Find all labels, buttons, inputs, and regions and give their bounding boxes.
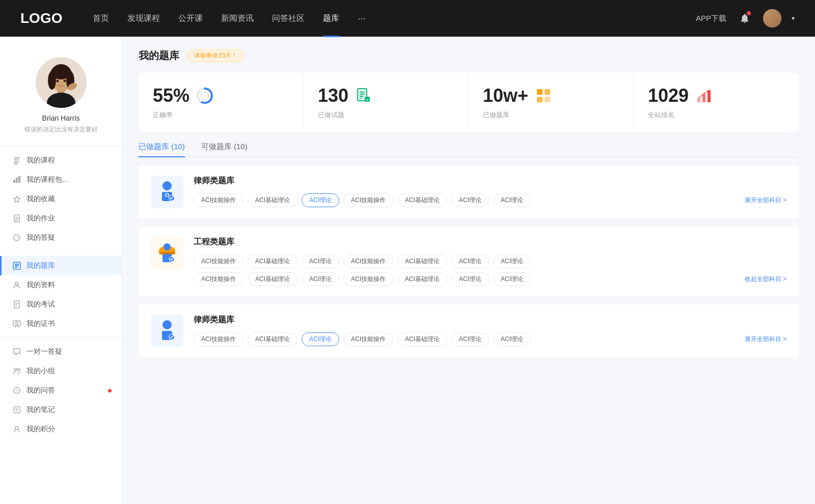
tag-lawyer-1-4[interactable]: ACI基础理论	[397, 193, 447, 207]
group-icon	[12, 367, 21, 376]
logo[interactable]: LOGO	[20, 10, 62, 26]
tag-l2-3[interactable]: ACI技能操作	[343, 332, 393, 346]
svg-rect-51	[360, 94, 365, 95]
expand-lawyer-2[interactable]: 展开全部科目 >	[745, 333, 786, 346]
tab-done[interactable]: 已做题库 (10)	[139, 142, 185, 157]
sidebar-item-exam[interactable]: 我的考试	[0, 295, 122, 314]
svg-rect-13	[14, 161, 19, 162]
svg-rect-17	[18, 176, 20, 183]
collapse-engineer[interactable]: 收起全部科目 >	[745, 273, 786, 286]
svg-rect-59	[545, 97, 550, 102]
exam-icon	[12, 300, 21, 309]
sidebar-item-notes[interactable]: 我的笔记	[0, 400, 122, 419]
profile-motto: 错误的决定比没有决定要好	[10, 125, 112, 134]
rank-bar-icon	[695, 87, 713, 105]
nav-discover[interactable]: 发现课程	[127, 13, 160, 24]
tag-eng-2[interactable]: ACI理论	[302, 255, 339, 268]
nav-home[interactable]: 首页	[93, 13, 109, 24]
tag-l2-5[interactable]: ACI理论	[451, 332, 489, 346]
qbank-icon	[12, 261, 21, 270]
tag-eng-s1[interactable]: ACI基础理论	[248, 272, 297, 286]
nav-qbank[interactable]: 题库	[323, 13, 339, 24]
sidebar-item-certificate[interactable]: 我的证书	[0, 314, 122, 333]
tag-eng-4[interactable]: ACI基础理论	[397, 255, 447, 268]
page-title: 我的题库	[139, 49, 179, 63]
tag-lawyer-1-1[interactable]: ACI基础理论	[248, 193, 297, 207]
sidebar-item-group[interactable]: 我的小组	[0, 361, 122, 381]
svg-marker-18	[14, 196, 20, 202]
tag-l2-4[interactable]: ACI基础理论	[397, 332, 447, 346]
sidebar-item-points[interactable]: 我的积分	[0, 419, 122, 439]
nav-more[interactable]: ···	[358, 13, 365, 24]
sidebar-item-qbank[interactable]: 我的题库	[0, 256, 122, 275]
tag-eng-s0[interactable]: ACI技能操作	[194, 272, 243, 286]
svg-rect-21	[15, 218, 18, 219]
tag-lawyer-1-3[interactable]: ACI技能操作	[343, 193, 393, 207]
sidebar-item-mycourse[interactable]: 我的课程	[0, 151, 122, 170]
svg-point-37	[15, 369, 17, 371]
tab-todo[interactable]: 可做题库 (10)	[201, 142, 248, 157]
tag-eng-3[interactable]: ACI技能操作	[343, 255, 393, 268]
tag-lawyer-1-6[interactable]: ACI理论	[493, 193, 531, 207]
svg-rect-56	[537, 89, 542, 95]
nav-qa[interactable]: 问答社区	[272, 13, 305, 24]
expand-lawyer-1[interactable]: 展开全部科目 >	[745, 194, 786, 207]
myqa-icon: ?	[12, 386, 21, 395]
app-download-button[interactable]: APP下载	[696, 14, 726, 23]
svg-point-47	[201, 92, 208, 99]
tag-eng-s5[interactable]: ACI理论	[451, 272, 489, 286]
tag-eng-5[interactable]: ACI理论	[451, 255, 489, 268]
certificate-icon	[12, 319, 21, 328]
favorites-icon	[12, 194, 21, 204]
sidebar-item-favorites[interactable]: 我的收藏	[0, 189, 122, 209]
tag-eng-0[interactable]: ACI技能操作	[194, 255, 243, 268]
sidebar-item-myqa[interactable]: ? 我的问答	[0, 381, 122, 400]
svg-text:?: ?	[16, 388, 18, 394]
tag-l2-1[interactable]: ACI基础理论	[248, 332, 297, 346]
points-icon	[12, 425, 21, 434]
sidebar-item-homework[interactable]: 我的作业	[0, 209, 122, 228]
sidebar-item-oneone[interactable]: 一对一答疑	[0, 342, 122, 361]
tag-l2-2[interactable]: ACI理论	[302, 332, 339, 346]
svg-text:=: =	[366, 98, 369, 102]
tag-eng-s2[interactable]: ACI理论	[302, 272, 339, 286]
nav-news[interactable]: 新闻资讯	[221, 13, 254, 24]
sidebar: Brian Harris 错误的决定比没有决定要好 我的课程 我的课程包...	[0, 37, 122, 504]
tag-l2-6[interactable]: ACI理论	[493, 332, 531, 346]
nav-links: 首页 发现课程 公开课 新闻资讯 问答社区 题库 ···	[93, 13, 675, 24]
svg-rect-28	[15, 267, 17, 268]
user-menu-chevron[interactable]: ▾	[792, 15, 795, 22]
nav-opencourse[interactable]: 公开课	[178, 13, 203, 24]
notes-icon	[12, 405, 21, 414]
tag-l2-0[interactable]: ACI技能操作	[194, 332, 243, 346]
sidebar-item-profile[interactable]: 我的资料	[0, 275, 122, 295]
svg-rect-70	[159, 252, 175, 254]
stat-rank-label: 全站排名	[648, 110, 784, 120]
tag-lawyer-1-2[interactable]: ACI理论	[302, 193, 339, 207]
tag-lawyer-1-0[interactable]: ACI技能操作	[194, 193, 243, 207]
svg-rect-52	[360, 96, 363, 97]
svg-rect-15	[13, 180, 15, 183]
stat-rank-value: 1029	[648, 85, 689, 106]
accuracy-chart-icon	[196, 87, 214, 105]
svg-point-29	[15, 282, 18, 285]
homework-icon	[12, 214, 21, 223]
tag-eng-s3[interactable]: ACI技能操作	[343, 272, 393, 286]
svg-rect-62	[708, 90, 711, 102]
svg-rect-57	[545, 89, 550, 95]
oneone-icon	[12, 347, 21, 356]
sidebar-item-coursepackage[interactable]: 我的课程包...	[0, 170, 122, 189]
tag-eng-s4[interactable]: ACI基础理论	[397, 272, 447, 286]
tag-lawyer-1-5[interactable]: ACI理论	[451, 193, 489, 207]
tag-eng-6[interactable]: ACI理论	[493, 255, 531, 268]
questions-doc-icon: =	[355, 87, 373, 105]
tag-eng-1[interactable]: ACI基础理论	[248, 255, 297, 268]
svg-line-35	[15, 326, 16, 327]
notification-bell[interactable]	[737, 10, 753, 26]
user-avatar[interactable]	[763, 9, 781, 27]
profile-icon	[12, 281, 21, 290]
tag-eng-s6[interactable]: ACI理论	[493, 272, 531, 286]
tags-row-lawyer-2: ACI技能操作 ACI基础理论 ACI理论 ACI技能操作 ACI基础理论 AC…	[194, 332, 786, 346]
sidebar-item-qa[interactable]: ? 我的答疑	[0, 228, 122, 247]
qbank-card-lawyer-2: 律师类题库 ACI技能操作 ACI基础理论 ACI理论 ACI技能操作 ACI基…	[139, 304, 799, 357]
